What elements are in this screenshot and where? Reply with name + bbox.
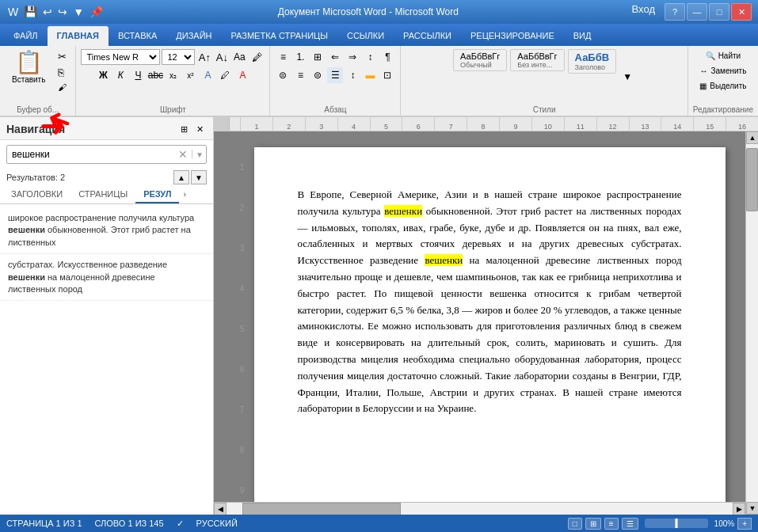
clear-format-btn[interactable]: 🖉: [249, 49, 265, 65]
vscroll-track[interactable]: [746, 144, 758, 502]
minimize-button[interactable]: —: [687, 3, 707, 21]
tab-insert[interactable]: ВСТАВКА: [109, 26, 166, 46]
doc-scroll-area[interactable]: 1 2 3 4 5 6 7 8 9 В Европе, Северной Аме…: [214, 131, 745, 502]
styles-content: АаБбВвГг Обычный АаБбВвГг Без инте... Аа…: [453, 49, 635, 104]
redo-btn[interactable]: ↪: [56, 6, 69, 18]
tab-view[interactable]: ВИД: [564, 26, 601, 46]
shrink-font-btn[interactable]: A↓: [214, 49, 230, 65]
font-name-select[interactable]: Times New R: [81, 49, 160, 65]
tab-more-btn[interactable]: ›: [179, 186, 190, 203]
hscroll-track[interactable]: [227, 503, 733, 515]
vscroll-thumb[interactable]: [746, 148, 758, 211]
tab-layout[interactable]: РАЗМЕТКА СТРАНИЦЫ: [221, 26, 337, 46]
line-spacing-btn[interactable]: ↕: [345, 67, 360, 83]
view-draft-btn[interactable]: ☰: [622, 518, 638, 530]
show-marks-btn[interactable]: ¶: [379, 49, 395, 65]
sort-btn[interactable]: ↕: [362, 49, 378, 65]
ruler-mark-5: 5: [370, 117, 402, 131]
results-prev-btn[interactable]: ▲: [173, 170, 189, 184]
tab-review[interactable]: РЕЦЕНЗИРОВАНИЕ: [461, 26, 564, 46]
select-button[interactable]: ▦ Выделить: [695, 79, 750, 93]
view-web-btn[interactable]: ⊞: [585, 518, 601, 530]
hscroll-left-btn[interactable]: ◀: [214, 503, 227, 515]
subscript-btn[interactable]: x₂: [165, 67, 181, 83]
highlight-btn[interactable]: 🖊: [217, 67, 233, 83]
vscroll-up-btn[interactable]: ▲: [746, 131, 758, 144]
paste-label: Вставить: [12, 75, 45, 84]
ruler-mark-13: 13: [629, 117, 661, 131]
bullets-btn[interactable]: ≡: [275, 49, 291, 65]
borders-btn[interactable]: ⊡: [379, 67, 395, 83]
replace-button[interactable]: ↔ Заменить: [695, 64, 750, 78]
bold-button[interactable]: Ж: [95, 67, 111, 83]
close-button[interactable]: ✕: [731, 3, 752, 21]
tab-references[interactable]: ССЫЛКИ: [337, 26, 394, 46]
zoom-in-btn[interactable]: +: [737, 518, 752, 530]
nav-header-container: ➜ Навигация ⊞ ✕: [0, 117, 213, 140]
copy-btn[interactable]: ⎘: [54, 65, 70, 80]
horizontal-scrollbar[interactable]: ◀ ▶: [214, 502, 745, 515]
tab-file[interactable]: ФАЙЛ: [4, 26, 48, 46]
find-button[interactable]: 🔍 Найти: [702, 49, 745, 63]
align-right-btn[interactable]: ⊜: [310, 67, 326, 83]
font-size-select[interactable]: 12: [162, 49, 195, 65]
tab-results[interactable]: РЕЗУЛ: [135, 186, 179, 203]
undo-btn[interactable]: ↩: [41, 6, 54, 18]
more-quick-access-btn[interactable]: ▼: [71, 6, 86, 18]
tab-pages[interactable]: СТРАНИЦЫ: [70, 186, 135, 203]
save-btn[interactable]: 💾: [22, 6, 39, 18]
grow-font-btn[interactable]: A↑: [196, 49, 212, 65]
maximize-button[interactable]: □: [709, 3, 729, 21]
increase-indent-btn[interactable]: ⇒: [345, 49, 360, 65]
user-login[interactable]: Вход: [632, 3, 655, 21]
superscript-btn[interactable]: x²: [182, 67, 198, 83]
style-no-spacing[interactable]: АаБбВвГг Без инте...: [510, 49, 564, 71]
tab-mailings[interactable]: РАССЫЛКИ: [394, 26, 461, 46]
tab-design[interactable]: ДИЗАЙН: [166, 26, 221, 46]
shading-btn[interactable]: ▬: [362, 67, 378, 83]
text-effect-btn[interactable]: A: [200, 67, 215, 83]
search-box-wrapper: ➜ ✕ ▼: [0, 140, 213, 169]
style-normal[interactable]: АаБбВвГг Обычный: [453, 49, 507, 71]
align-left-btn[interactable]: ⊜: [275, 67, 291, 83]
tab-home[interactable]: ГЛАВНАЯ: [48, 26, 109, 46]
document-text[interactable]: В Европе, Северной Америке, Азии и в наш…: [298, 187, 682, 417]
view-outline-btn[interactable]: ≡: [604, 518, 619, 530]
vscroll-down-btn[interactable]: ▼: [746, 502, 758, 515]
results-next-btn[interactable]: ▼: [191, 170, 207, 184]
case-btn[interactable]: Aa: [231, 49, 247, 65]
cut-btn[interactable]: ✂: [54, 49, 70, 64]
underline-button[interactable]: Ч: [130, 67, 146, 83]
nav-resize-btn[interactable]: ⊞: [177, 122, 191, 136]
decrease-indent-btn[interactable]: ⇐: [327, 49, 343, 65]
justify-btn[interactable]: ☰: [327, 67, 343, 83]
styles-more-btn[interactable]: ▼: [619, 69, 635, 85]
search-clear-btn[interactable]: ✕: [178, 148, 188, 161]
numbering-btn[interactable]: 1.: [292, 49, 308, 65]
font-color-btn[interactable]: A: [234, 67, 250, 83]
select-label: Выделить: [710, 82, 746, 90]
multilevel-btn[interactable]: ⊞: [310, 49, 326, 65]
align-center-btn[interactable]: ≡: [292, 67, 308, 83]
help-button[interactable]: ?: [665, 3, 685, 21]
italic-button[interactable]: К: [112, 67, 128, 83]
hscroll-thumb[interactable]: [242, 503, 401, 515]
vertical-scrollbar[interactable]: ▲ ▼: [745, 131, 758, 515]
pin-btn[interactable]: 📌: [88, 6, 105, 18]
nav-close-btn[interactable]: ✕: [192, 122, 207, 136]
view-print-btn[interactable]: □: [568, 518, 582, 530]
zoom-slider[interactable]: [645, 519, 708, 528]
tab-headings[interactable]: ЗАГОЛОВКИ: [3, 186, 70, 203]
hscroll-right-btn[interactable]: ▶: [733, 503, 745, 515]
nav-result-2[interactable]: субстратах. Искусственное разведение веш…: [0, 254, 213, 301]
ruler-corner: [214, 117, 230, 131]
ruler-mark-16: 16: [726, 117, 758, 131]
style-heading1[interactable]: АаБбВ Заголово: [568, 49, 617, 74]
nav-result-1[interactable]: широкое распространение получила культур…: [0, 207, 213, 254]
strikethrough-btn[interactable]: abc: [147, 67, 163, 83]
format-painter-btn[interactable]: 🖌: [54, 81, 70, 93]
document-page[interactable]: В Европе, Северной Америке, Азии и в наш…: [254, 147, 726, 502]
paste-button[interactable]: 📋 Вставить: [5, 49, 52, 93]
search-dropdown-btn[interactable]: ▼: [192, 150, 204, 159]
search-input[interactable]: [6, 145, 207, 164]
